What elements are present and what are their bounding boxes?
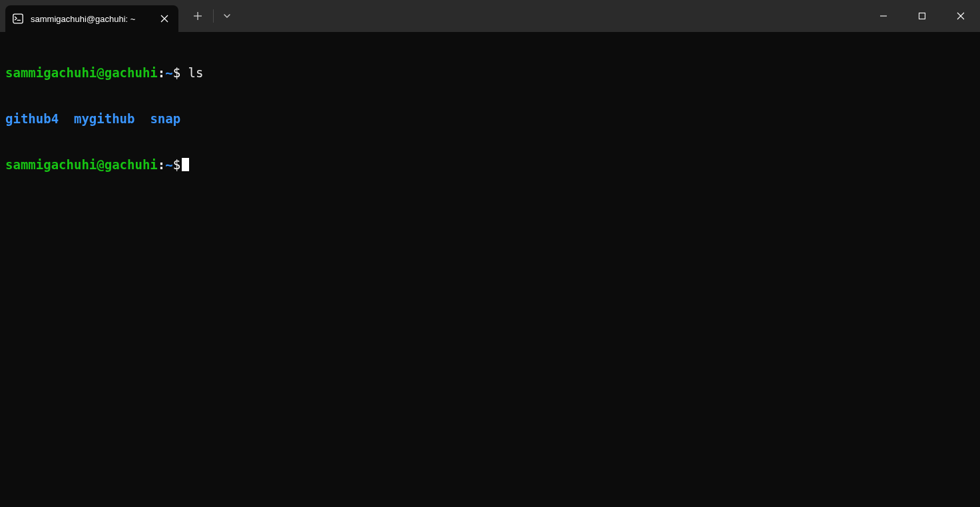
terminal-line: github4 mygithub snap: [5, 111, 975, 127]
divider: [213, 9, 214, 23]
new-tab-button[interactable]: [184, 0, 212, 32]
chevron-down-icon: [223, 12, 231, 20]
prompt-user-host: sammigachuhi@gachuhi: [5, 157, 158, 172]
prompt-colon: :: [158, 157, 165, 172]
output-sep: [134, 111, 150, 126]
maximize-icon: [918, 12, 926, 20]
minimize-icon: [879, 12, 887, 20]
close-icon: [957, 12, 965, 20]
prompt-path: ~: [165, 65, 172, 80]
directory-name: mygithub: [74, 111, 135, 126]
directory-name: snap: [150, 111, 180, 126]
prompt-dollar: $: [173, 65, 180, 80]
maximize-button[interactable]: [903, 0, 941, 32]
svg-rect-0: [13, 14, 23, 23]
tab-close-button[interactable]: [157, 11, 172, 26]
tab-dropdown-button[interactable]: [215, 0, 239, 32]
plus-icon: [193, 11, 202, 21]
minimize-button[interactable]: [864, 0, 903, 32]
close-icon: [160, 15, 168, 23]
terminal-line: sammigachuhi@gachuhi:~$: [5, 157, 975, 173]
window-controls: [864, 0, 980, 32]
tab-actions: [184, 0, 239, 32]
terminal-icon: [12, 13, 24, 25]
svg-rect-7: [919, 13, 925, 19]
prompt-user-host: sammigachuhi@gachuhi: [5, 65, 158, 80]
terminal-tab[interactable]: sammigachuhi@gachuhi: ~: [5, 5, 178, 32]
prompt-dollar: $: [173, 157, 180, 172]
command-text: ls: [180, 65, 203, 80]
tab-title: sammigachuhi@gachuhi: ~: [31, 14, 135, 24]
window-close-button[interactable]: [941, 0, 980, 32]
terminal-viewport[interactable]: sammigachuhi@gachuhi:~$ ls github4 mygit…: [0, 32, 980, 507]
prompt-colon: :: [158, 65, 165, 80]
output-sep: [59, 111, 74, 126]
prompt-path: ~: [165, 157, 172, 172]
terminal-line: sammigachuhi@gachuhi:~$ ls: [5, 65, 975, 81]
cursor: [182, 158, 189, 171]
directory-name: github4: [5, 111, 59, 126]
title-bar: sammigachuhi@gachuhi: ~: [0, 0, 980, 32]
